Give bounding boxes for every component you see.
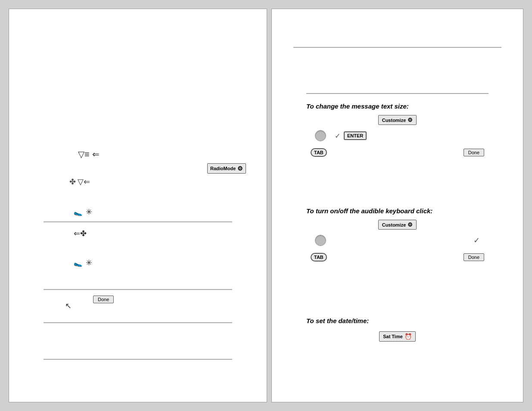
- radio-mode-label: RadioMode: [210, 166, 236, 171]
- left-divider-4: [44, 359, 232, 360]
- keyboard-customize-button[interactable]: Customize ⚙: [378, 220, 417, 230]
- keyboard-click-title: To turn on/off the audible keyboard clic…: [306, 207, 488, 215]
- date-time-title: To set the date/time:: [306, 317, 488, 324]
- symbol-row-3: 🥿 ✳: [74, 207, 92, 217]
- message-tab-button[interactable]: TAB: [311, 148, 327, 157]
- page-container: RadioMode ⚙ ▽≡ ⇐ ✤ ▽⇐ 🥿 ✳: [0, 0, 532, 411]
- message-tab-done-row: TAB Done: [306, 148, 488, 157]
- sat-time-icon: ⏰: [404, 333, 412, 340]
- right-content: To change the message text size: Customi…: [293, 22, 501, 389]
- keyboard-circle-check-row: ✓: [306, 235, 488, 246]
- left-divider-2: [44, 289, 232, 290]
- message-text-divider-top: [306, 93, 488, 94]
- keyboard-circle-button[interactable]: [315, 235, 326, 246]
- left-content: RadioMode ⚙ ▽≡ ⇐ ✤ ▽⇐ 🥿 ✳: [26, 22, 249, 389]
- keyboard-customize-label: Customize: [382, 222, 406, 227]
- left-divider-3: [44, 322, 232, 323]
- keyboard-customize-wrapper: Customize ⚙: [306, 220, 488, 230]
- sat-time-wrapper: Sat Time ⏰: [306, 331, 488, 342]
- message-customize-icon: ⚙: [408, 117, 413, 123]
- message-circle-button[interactable]: [315, 130, 326, 141]
- keyboard-done-label: Done: [468, 255, 479, 260]
- keyboard-tab-done-row: TAB Done: [306, 253, 488, 262]
- symbol-shoe-2: 🥿: [74, 259, 82, 267]
- symbol-row-2: ✤ ▽⇐: [69, 177, 90, 187]
- keyboard-tab-button[interactable]: TAB: [311, 253, 327, 262]
- left-done-label: Done: [98, 297, 109, 302]
- right-panel: To change the message text size: Customi…: [271, 9, 523, 402]
- keyboard-click-section: To turn on/off the audible keyboard clic…: [306, 207, 488, 262]
- left-divider-1: [44, 221, 232, 222]
- message-text-title: To change the message text size:: [306, 103, 488, 110]
- left-panel: RadioMode ⚙ ▽≡ ⇐ ✤ ▽⇐ 🥿 ✳: [9, 9, 267, 402]
- message-done-label: Done: [468, 150, 479, 155]
- symbol-arrows-down: ▽≡: [78, 149, 90, 159]
- right-top-divider: [293, 47, 501, 48]
- cursor-icon: ↖: [65, 301, 72, 311]
- symbol-down-arrows-2: ▽⇐: [78, 177, 90, 187]
- keyboard-customize-icon: ⚙: [408, 221, 413, 228]
- sat-time-button[interactable]: Sat Time ⏰: [379, 331, 416, 342]
- symbol-left-arrow: ⇐: [92, 149, 100, 159]
- message-checkmark-icon: ✓: [335, 132, 340, 140]
- keyboard-done-button[interactable]: Done: [464, 253, 484, 261]
- message-customize-wrapper: Customize ⚙: [306, 115, 488, 125]
- radio-mode-icon: ⚙: [237, 165, 243, 172]
- keyboard-tab-label: TAB: [314, 255, 324, 260]
- message-checkmark-enter: ✓ ENTER: [335, 131, 367, 140]
- message-done-button[interactable]: Done: [464, 149, 484, 156]
- message-circle-enter-row: ✓ ENTER: [306, 130, 488, 141]
- message-enter-button[interactable]: ENTER: [344, 131, 367, 140]
- message-customize-button[interactable]: Customize ⚙: [378, 115, 417, 125]
- symbol-row-5: 🥿 ✳: [74, 258, 92, 268]
- symbol-row-4: ⇐✤: [74, 229, 87, 238]
- message-text-section: To change the message text size: Customi…: [306, 93, 488, 157]
- keyboard-checkmark-icon: ✓: [473, 236, 480, 245]
- symbol-arrows-heart: ⇐✤: [74, 229, 87, 238]
- message-enter-label: ENTER: [347, 133, 363, 138]
- symbol-row-1: ▽≡ ⇐: [78, 149, 100, 159]
- date-time-section: To set the date/time: Sat Time ⏰: [306, 317, 488, 342]
- symbol-star-2: ✳: [86, 258, 92, 268]
- sat-time-label: Sat Time: [383, 334, 403, 339]
- symbol-star: ✳: [86, 207, 92, 217]
- message-customize-label: Customize: [382, 118, 406, 123]
- message-tab-label: TAB: [314, 150, 324, 155]
- symbol-shoe: 🥿: [74, 208, 82, 216]
- symbol-heart: ✤: [69, 177, 76, 187]
